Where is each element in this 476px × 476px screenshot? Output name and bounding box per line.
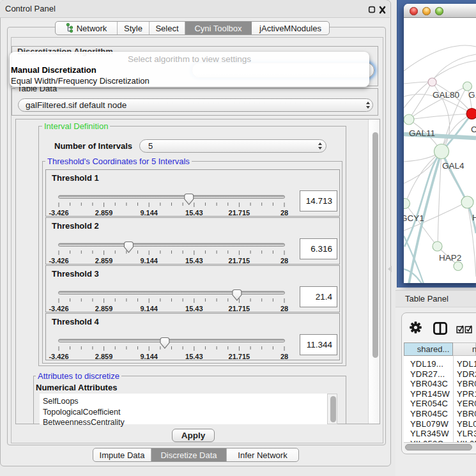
svg-text:21.715: 21.715 bbox=[229, 305, 250, 312]
svg-text:15.43: 15.43 bbox=[185, 257, 203, 265]
svg-text:HAP2: HAP2 bbox=[439, 253, 461, 263]
svg-text:2.859: 2.859 bbox=[95, 353, 113, 360]
svg-text:28: 28 bbox=[280, 209, 288, 217]
svg-text:9.144: 9.144 bbox=[140, 353, 158, 360]
svg-text:28: 28 bbox=[280, 257, 288, 265]
svg-text:28: 28 bbox=[280, 305, 288, 312]
svg-text:9.144: 9.144 bbox=[140, 257, 158, 265]
svg-text:H: H bbox=[472, 213, 476, 222]
svg-text:GAL80: GAL80 bbox=[433, 90, 459, 100]
svg-text:21.715: 21.715 bbox=[229, 257, 250, 265]
svg-text:GAL11: GAL11 bbox=[409, 128, 435, 138]
svg-text:21.715: 21.715 bbox=[229, 353, 250, 360]
svg-text:C: C bbox=[471, 125, 476, 134]
svg-text:GCY1: GCY1 bbox=[404, 213, 424, 223]
svg-text:15.43: 15.43 bbox=[185, 353, 203, 360]
svg-text:-3.426: -3.426 bbox=[49, 305, 68, 312]
svg-text:-3.426: -3.426 bbox=[49, 257, 68, 265]
svg-text:GAL4: GAL4 bbox=[442, 161, 464, 171]
svg-text:9.144: 9.144 bbox=[140, 305, 158, 312]
svg-text:G.: G. bbox=[468, 90, 476, 100]
svg-text:2.859: 2.859 bbox=[95, 305, 113, 312]
svg-text:2.859: 2.859 bbox=[95, 257, 113, 265]
svg-text:2.859: 2.859 bbox=[95, 209, 113, 217]
svg-text:15.43: 15.43 bbox=[185, 305, 203, 312]
svg-text:15.43: 15.43 bbox=[185, 209, 203, 217]
svg-text:-3.426: -3.426 bbox=[49, 353, 68, 360]
svg-text:28: 28 bbox=[280, 353, 288, 360]
svg-text:-3.426: -3.426 bbox=[49, 209, 68, 217]
svg-text:21.715: 21.715 bbox=[229, 209, 250, 217]
svg-text:9.144: 9.144 bbox=[140, 209, 158, 217]
